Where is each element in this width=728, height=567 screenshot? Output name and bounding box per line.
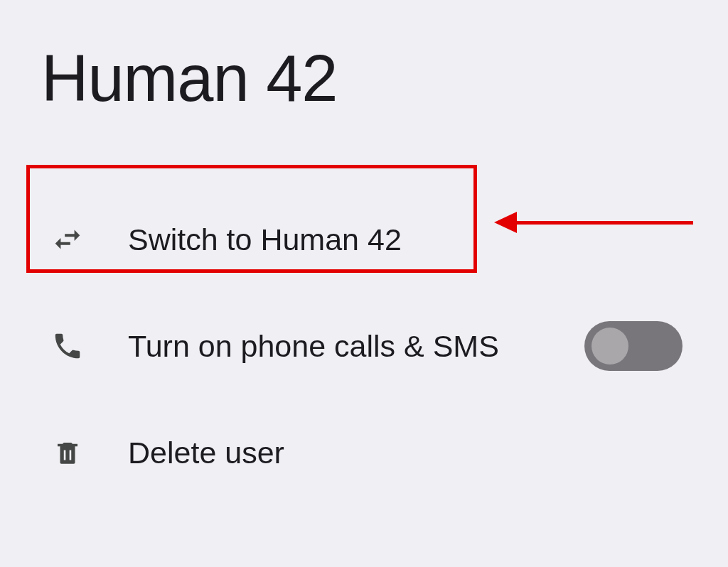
delete-user-label: Delete user bbox=[128, 436, 284, 470]
delete-icon bbox=[50, 435, 85, 470]
swap-horiz-icon bbox=[50, 222, 85, 257]
switch-user-label: Switch to Human 42 bbox=[128, 222, 402, 257]
phone-icon bbox=[50, 328, 85, 364]
phone-sms-toggle[interactable] bbox=[584, 321, 682, 371]
phone-sms-row[interactable]: Turn on phone calls & SMS bbox=[43, 293, 682, 399]
toggle-thumb bbox=[592, 328, 628, 364]
phone-sms-label: Turn on phone calls & SMS bbox=[128, 329, 499, 364]
delete-user-row[interactable]: Delete user bbox=[43, 399, 682, 506]
settings-list: Switch to Human 42 Turn on phone calls &… bbox=[43, 186, 682, 506]
page-title: Human 42 bbox=[41, 41, 337, 116]
switch-user-row[interactable]: Switch to Human 42 bbox=[43, 186, 682, 293]
